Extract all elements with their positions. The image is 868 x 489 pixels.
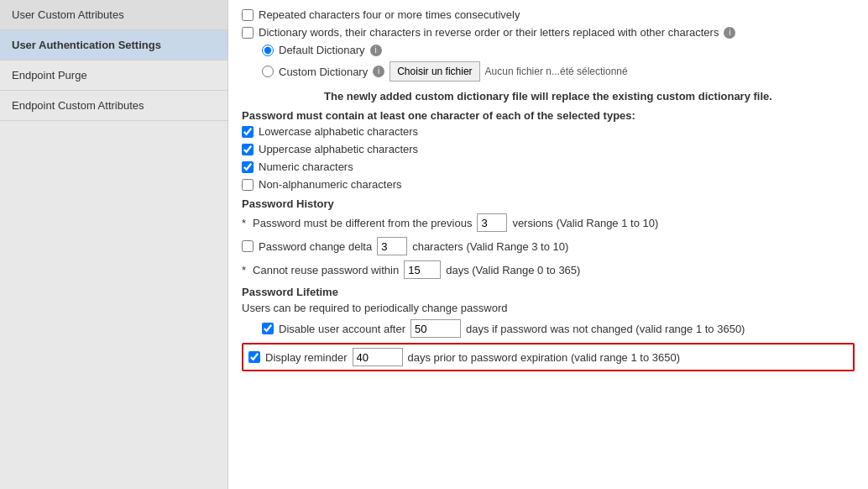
lowercase-label: Lowercase alphabetic characters — [259, 125, 418, 138]
password-must-contain-label: Password must contain at least one chara… — [242, 109, 855, 122]
numeric-row: Numeric characters — [242, 160, 855, 173]
lowercase-checkbox[interactable] — [242, 126, 254, 138]
password-different-label: Password must be different from the prev… — [253, 217, 472, 229]
asterisk-1: * — [242, 217, 246, 229]
password-delta-checkbox[interactable] — [242, 240, 254, 252]
display-reminder-row: Display reminder days prior to password … — [242, 343, 855, 371]
periodic-change-row: Users can be required to periodically ch… — [242, 302, 855, 314]
default-dict-row: Default Dictionary i — [262, 44, 855, 56]
display-reminder-checkbox[interactable] — [248, 351, 260, 363]
cannot-reuse-row: * Cannot reuse password within days (Val… — [242, 260, 855, 279]
sidebar: User Custom AttributesUser Authenticatio… — [0, 0, 228, 489]
sidebar-item-user-auth-settings[interactable]: User Authentication Settings — [0, 30, 227, 60]
file-none-label: Aucun fichier n...été sélectionné — [485, 66, 628, 77]
reuse-days-input[interactable] — [404, 260, 441, 279]
main-content: Repeated characters four or more times c… — [228, 0, 868, 489]
repeated-chars-checkbox[interactable] — [242, 9, 254, 21]
versions-suffix: versions (Valid Range 1 to 10) — [512, 217, 658, 229]
versions-input[interactable] — [477, 213, 507, 232]
cannot-reuse-label: Cannot reuse password within — [253, 264, 399, 276]
remind-days-input[interactable] — [353, 348, 403, 366]
disable-account-label: Disable user account after — [279, 323, 405, 335]
uppercase-label: Uppercase alphabetic characters — [259, 143, 418, 155]
custom-dict-label: Custom Dictionary — [279, 66, 368, 78]
uppercase-row: Uppercase alphabetic characters — [242, 143, 855, 155]
choose-file-button[interactable]: Choisir un fichier — [390, 61, 479, 82]
custom-dict-info-icon[interactable]: i — [373, 66, 384, 77]
account-suffix: days if password was not changed (valid … — [466, 323, 745, 335]
asterisk-2: * — [242, 264, 246, 276]
disable-account-row: Disable user account after days if passw… — [262, 319, 855, 338]
dict-words-info-icon[interactable]: i — [724, 27, 735, 39]
sidebar-item-endpoint-purge[interactable]: Endpoint Purge — [0, 60, 227, 91]
custom-dict-radio[interactable] — [262, 66, 274, 77]
repeated-chars-label: Repeated characters four or more times c… — [259, 8, 520, 21]
password-lifetime-label: Password Lifetime — [242, 286, 855, 298]
custom-dict-notice: The newly added custom dictionary file w… — [242, 90, 855, 103]
dict-words-row: Dictionary words, their characters in re… — [242, 26, 855, 39]
lowercase-row: Lowercase alphabetic characters — [242, 125, 855, 138]
non-alpha-row: Non-alphanumeric characters — [242, 178, 855, 191]
default-dict-radio[interactable] — [262, 45, 274, 56]
disable-account-checkbox[interactable] — [262, 323, 274, 334]
numeric-label: Numeric characters — [259, 160, 353, 173]
sidebar-item-endpoint-custom-attributes[interactable]: Endpoint Custom Attributes — [0, 91, 227, 121]
password-delta-row: Password change delta characters (Valid … — [242, 237, 855, 255]
delta-suffix: characters (Valid Range 3 to 10) — [412, 240, 568, 253]
remind-suffix: days prior to password expiration (valid… — [408, 351, 680, 364]
numeric-checkbox[interactable] — [242, 161, 254, 173]
non-alpha-label: Non-alphanumeric characters — [259, 178, 402, 191]
default-dict-label: Default Dictionary — [279, 44, 365, 56]
repeated-chars-row: Repeated characters four or more times c… — [242, 8, 855, 21]
account-days-input[interactable] — [410, 319, 461, 338]
delta-input[interactable] — [377, 237, 407, 255]
sidebar-item-user-custom-attributes[interactable]: User Custom Attributes — [0, 0, 227, 30]
password-delta-label: Password change delta — [259, 240, 372, 253]
dict-words-checkbox[interactable] — [242, 27, 254, 39]
non-alpha-checkbox[interactable] — [242, 179, 254, 191]
uppercase-checkbox[interactable] — [242, 144, 254, 155]
reuse-suffix: days (Valid Range 0 to 365) — [446, 264, 580, 276]
custom-dict-row: Custom Dictionary i Choisir un fichier A… — [262, 61, 855, 82]
default-dict-info-icon[interactable]: i — [370, 45, 382, 56]
display-reminder-label: Display reminder — [265, 351, 348, 364]
dict-words-label: Dictionary words, their characters in re… — [259, 26, 719, 39]
password-different-row: * Password must be different from the pr… — [242, 213, 855, 232]
password-history-label: Password History — [242, 197, 855, 210]
periodic-change-label: Users can be required to periodically ch… — [242, 302, 508, 314]
